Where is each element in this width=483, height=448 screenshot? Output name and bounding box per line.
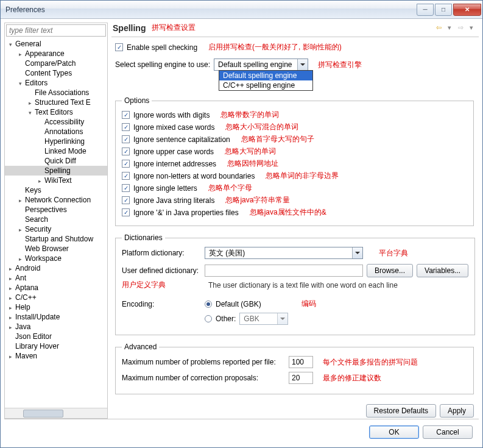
- option-annotation: 忽略因特网地址: [227, 158, 278, 169]
- encoding-label: Encoding:: [122, 300, 201, 308]
- tree-item[interactable]: File Associations: [5, 88, 107, 98]
- option-label: Ignore non-letters at word boundaries: [133, 172, 255, 180]
- option-checkbox[interactable]: [122, 208, 130, 216]
- tree-item[interactable]: Startup and Shutdow: [5, 234, 107, 244]
- enable-spellcheck-label: Enable spell checking: [127, 43, 197, 52]
- option-label: Ignore sentence capitalization: [133, 135, 230, 144]
- tree-item[interactable]: Content Types: [5, 68, 107, 78]
- forward-menu-icon[interactable]: ▾: [467, 23, 476, 33]
- dictionaries-legend: Dictionaries: [122, 233, 165, 242]
- option-label: Ignore words with digits: [133, 111, 210, 119]
- tree-item[interactable]: ▸Android: [5, 263, 107, 273]
- option-checkbox[interactable]: [122, 160, 130, 168]
- option-annotation: 忽略java字符串常量: [225, 195, 290, 205]
- tree-item[interactable]: Json Editor: [5, 332, 107, 341]
- browse-button[interactable]: Browse...: [367, 264, 413, 277]
- option-label: Ignore upper case words: [133, 148, 214, 156]
- close-button[interactable]: ✕: [453, 4, 481, 16]
- tree-item[interactable]: ▸Java: [5, 322, 107, 332]
- back-menu-icon[interactable]: ▾: [445, 23, 454, 33]
- tree-item[interactable]: Compare/Patch: [5, 59, 107, 68]
- user-dict-input[interactable]: [205, 265, 363, 277]
- tree-item[interactable]: Accessibility: [5, 117, 107, 127]
- back-icon[interactable]: ⇦: [434, 23, 443, 33]
- horizontal-scrollbar[interactable]: [5, 408, 107, 418]
- tree-item[interactable]: ▸Ant: [5, 273, 107, 283]
- advanced-legend: Advanced: [122, 343, 159, 351]
- tree-item[interactable]: ▸Workspace: [5, 254, 107, 263]
- platform-dict-label: Platform dictionary:: [122, 249, 201, 257]
- tree-item[interactable]: ▸WikiText: [5, 176, 107, 185]
- encoding-other-combo[interactable]: GBK: [239, 313, 288, 325]
- platform-dict-combo[interactable]: 英文 (美国): [205, 247, 363, 259]
- category-panel: ▾General▸AppearanceCompare/PatchContent …: [4, 23, 108, 419]
- option-checkbox[interactable]: [122, 196, 130, 204]
- option-checkbox[interactable]: [122, 172, 130, 180]
- engine-option-cpp[interactable]: C/C++ spelling engine: [219, 80, 312, 90]
- tree-item[interactable]: ▸Install/Update: [5, 312, 107, 322]
- option-checkbox[interactable]: [122, 111, 130, 119]
- dictionaries-group: Dictionaries Platform dictionary: 英文 (美国…: [115, 233, 475, 335]
- settings-panel: Spelling 拼写检查设置 ⇦ ▾ ⇨ ▾ Enable spell che…: [111, 23, 479, 419]
- ok-button[interactable]: OK: [369, 425, 419, 439]
- tree-item[interactable]: Library Hover: [5, 341, 107, 351]
- enable-spellcheck-annotation: 启用拼写检查(一般关闭好了, 影响性能的): [208, 42, 342, 52]
- tree-item[interactable]: Keys: [5, 185, 107, 195]
- engine-dropdown[interactable]: Default spelling engine C/C++ spelling e…: [219, 70, 313, 91]
- forward-icon: ⇨: [456, 23, 465, 33]
- tree-item[interactable]: ▸Security: [5, 224, 107, 234]
- page-title: Spelling: [113, 23, 146, 33]
- tree-item[interactable]: ▸Aptana: [5, 283, 107, 293]
- option-checkbox[interactable]: [122, 123, 130, 131]
- apply-button[interactable]: Apply: [440, 404, 474, 418]
- user-dict-note: The user dictionary is a text file with …: [208, 281, 398, 290]
- advanced-group: Advanced Maximum number of problems repo…: [115, 343, 474, 394]
- option-label: Ignore '&' in Java properties files: [133, 208, 239, 217]
- option-checkbox[interactable]: [122, 135, 130, 143]
- option-annotation: 忽略单个字母: [208, 183, 252, 193]
- option-annotation: 忽略java属性文件中的&: [250, 207, 326, 218]
- tree-item[interactable]: ▸C/C++: [5, 293, 107, 302]
- dialog-body: ▾General▸AppearanceCompare/PatchContent …: [1, 19, 482, 447]
- encoding-other-radio[interactable]: [205, 315, 212, 322]
- tree-item[interactable]: Annotations: [5, 127, 107, 137]
- settings-content: Enable spell checking 启用拼写检查(一般关闭好了, 影响性…: [111, 37, 479, 400]
- category-tree[interactable]: ▾General▸AppearanceCompare/PatchContent …: [5, 38, 107, 408]
- tree-item[interactable]: ▾Text Editors: [5, 107, 107, 117]
- tree-item[interactable]: Perspectives: [5, 205, 107, 215]
- tree-item[interactable]: Spelling: [5, 166, 107, 176]
- enable-spellcheck-checkbox[interactable]: [115, 43, 123, 51]
- tree-item[interactable]: Linked Mode: [5, 146, 107, 156]
- settings-footer: Restore Defaults Apply: [111, 400, 479, 419]
- max-problems-input[interactable]: [289, 356, 313, 368]
- max-proposals-input[interactable]: [289, 372, 313, 384]
- tree-item[interactable]: Web Browser: [5, 244, 107, 254]
- tree-item[interactable]: ▸Help: [5, 302, 107, 312]
- minimize-button[interactable]: ─: [417, 4, 434, 16]
- variables-button[interactable]: Variables...: [417, 264, 468, 277]
- max-problems-annotation: 每个文件最多报告的拼写问题: [323, 357, 418, 368]
- restore-defaults-button[interactable]: Restore Defaults: [366, 404, 436, 418]
- titlebar: Preferences ─ □ ✕: [1, 1, 482, 19]
- tree-item[interactable]: ▸Maven: [5, 351, 107, 361]
- option-label: Ignore single letters: [133, 184, 197, 193]
- option-checkbox[interactable]: [122, 184, 130, 192]
- maximize-button[interactable]: □: [435, 4, 452, 16]
- engine-combo[interactable]: Default spelling engine: [214, 59, 308, 71]
- tree-item[interactable]: Search: [5, 215, 107, 224]
- dialog-buttons: OK Cancel: [4, 419, 479, 444]
- max-problems-label: Maximum number of problems reported per …: [122, 358, 285, 366]
- filter-input[interactable]: [6, 24, 106, 37]
- option-checkbox[interactable]: [122, 148, 130, 155]
- tree-item[interactable]: ▾Editors: [5, 78, 107, 88]
- option-annotation: 忽略带数字的单词: [220, 110, 279, 120]
- engine-option-default[interactable]: Default spelling engine: [219, 71, 312, 80]
- tree-item[interactable]: ▸Network Connection: [5, 195, 107, 205]
- tree-item[interactable]: ▸Structured Text E: [5, 98, 107, 107]
- cancel-button[interactable]: Cancel: [423, 425, 473, 439]
- tree-item[interactable]: ▸Appearance: [5, 49, 107, 59]
- encoding-default-radio[interactable]: [205, 300, 212, 308]
- tree-item[interactable]: ▾General: [5, 39, 107, 49]
- tree-item[interactable]: Hyperlinking: [5, 137, 107, 146]
- tree-item[interactable]: Quick Diff: [5, 156, 107, 166]
